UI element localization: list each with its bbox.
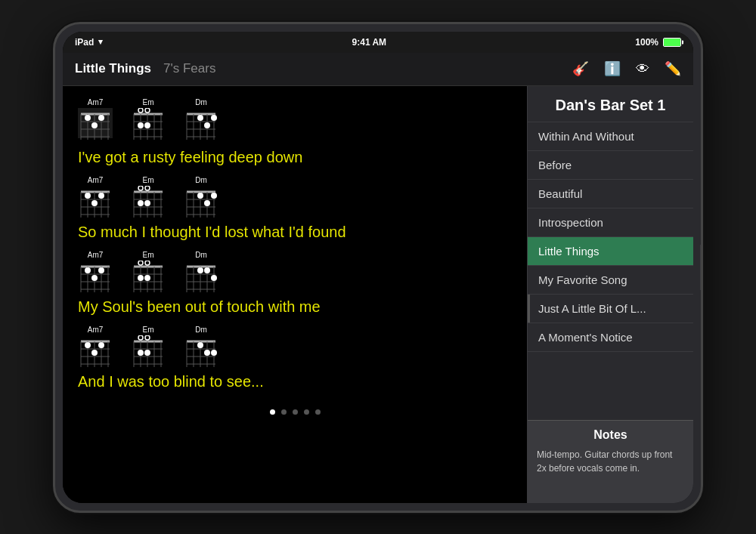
- setlist-title: Dan's Bar Set 1: [528, 86, 693, 122]
- chord-dm-3: Dm: [184, 251, 218, 294]
- svg-point-11: [98, 115, 104, 121]
- svg-point-110: [204, 267, 210, 273]
- chord-dm-2: Dm: [184, 176, 218, 219]
- setlist-item-before[interactable]: Before: [528, 151, 693, 180]
- svg-point-23: [138, 122, 144, 128]
- lyric-line-3: My Soul's been out of touch with me: [78, 297, 512, 316]
- svg-point-72: [204, 200, 210, 206]
- chord-lyric-block: Am7: [78, 98, 512, 167]
- svg-point-98: [144, 275, 150, 281]
- chords-row-3: Am7: [78, 251, 512, 294]
- chord-em-svg: [131, 108, 166, 141]
- chords-row-2: Am7: [78, 176, 512, 219]
- svg-point-48: [98, 193, 104, 199]
- eye-icon[interactable]: 👁: [636, 61, 649, 77]
- screen: iPad ▾ 9:41 AM 100% Little Things 7's Fe…: [63, 32, 693, 503]
- svg-point-97: [138, 275, 144, 281]
- chord-em-3: Em: [131, 251, 166, 294]
- chords-row-1: Am7: [78, 98, 512, 144]
- chord-diagram-svg: [78, 108, 113, 141]
- svg-point-146: [204, 350, 210, 356]
- svg-point-24: [144, 122, 150, 128]
- page-dot-4[interactable]: [304, 409, 309, 415]
- notes-section: Notes Mid-tempo. Guitar chords up front …: [528, 420, 693, 503]
- svg-point-120: [85, 342, 91, 348]
- nav-bar: Little Things 7's Fears 🎸 ℹ️ 👁 ✏️: [63, 53, 693, 86]
- wifi-icon: ▾: [98, 37, 103, 47]
- svg-point-95: [138, 261, 143, 265]
- chord-lyric-block-2: Am7: [78, 176, 512, 242]
- page-dot-1[interactable]: [270, 409, 275, 415]
- svg-point-22: [145, 108, 150, 113]
- lyric-line-4: And I was too blind to see...: [78, 372, 512, 391]
- nav-title-secondary: 7's Fears: [163, 61, 215, 76]
- svg-point-73: [211, 193, 217, 199]
- page-dot-5[interactable]: [315, 409, 321, 415]
- guitar-icon[interactable]: 🎸: [572, 60, 589, 77]
- battery-percent: 100%: [635, 37, 658, 48]
- chord-dm-svg: [184, 108, 218, 141]
- svg-point-121: [91, 350, 98, 356]
- svg-point-133: [145, 335, 150, 340]
- battery-icon: [663, 38, 681, 47]
- nav-icons: 🎸 ℹ️ 👁 ✏️: [572, 60, 681, 77]
- setlist-item-little-things[interactable]: Little Things: [528, 237, 693, 266]
- chord-am7-1: Am7: [78, 98, 113, 144]
- svg-point-9: [85, 115, 91, 121]
- svg-point-83: [85, 267, 91, 273]
- setlist-item-beautiful[interactable]: Beautiful: [528, 180, 693, 208]
- svg-point-35: [204, 122, 210, 128]
- setlist-item-within-and-without[interactable]: Within And Without: [528, 122, 693, 151]
- svg-point-71: [197, 193, 203, 199]
- song-content[interactable]: Am7: [63, 86, 527, 503]
- main-area: Am7: [63, 86, 693, 503]
- chord-dm-1: Dm: [184, 98, 218, 144]
- chord-am7-2: Am7: [78, 176, 113, 219]
- svg-point-34: [197, 115, 203, 121]
- nav-title-active: Little Things: [75, 61, 151, 76]
- volume-down-button[interactable]: [53, 258, 55, 280]
- chord-am7-4: Am7: [78, 326, 113, 369]
- svg-point-147: [211, 350, 217, 356]
- svg-point-59: [145, 186, 150, 190]
- svg-point-61: [144, 200, 150, 206]
- svg-point-108: [197, 267, 203, 273]
- pen-icon[interactable]: ✏️: [665, 60, 681, 77]
- chord-em-1: Em: [131, 98, 166, 144]
- setlist-item-introspection[interactable]: Introspection: [528, 208, 693, 237]
- page-dots: [78, 400, 512, 424]
- chord-em-4: Em: [131, 326, 166, 369]
- lyric-line-1: I've got a rusty feeling deep down: [78, 147, 512, 167]
- chord-dm-4: Dm: [184, 326, 218, 369]
- chord-lyric-block-3: Am7: [78, 251, 512, 316]
- setlist-item-just-a-little[interactable]: Just A Little Bit Of L...: [528, 295, 693, 323]
- sidebar: Dan's Bar Set 1 Within And Without Befor…: [527, 86, 693, 503]
- setlist-item-moments-notice[interactable]: A Moment's Notice: [528, 323, 693, 352]
- svg-point-36: [211, 115, 217, 121]
- svg-point-122: [98, 342, 104, 348]
- svg-point-47: [91, 200, 98, 206]
- chords-row-4: Am7: [78, 326, 512, 369]
- info-icon[interactable]: ℹ️: [604, 60, 621, 77]
- notes-title: Notes: [537, 428, 684, 442]
- svg-point-46: [85, 193, 91, 199]
- chord-em-2: Em: [131, 176, 166, 219]
- svg-point-21: [138, 108, 143, 113]
- page-dot-3[interactable]: [293, 409, 298, 415]
- setlist-item-my-favorite-song[interactable]: My Favorite Song: [528, 266, 693, 295]
- svg-point-60: [138, 200, 144, 206]
- svg-point-58: [138, 186, 143, 190]
- status-right: 100%: [635, 37, 681, 48]
- setlist-items[interactable]: Within And Without Before Beautiful Intr…: [528, 122, 693, 420]
- svg-point-85: [98, 267, 104, 273]
- svg-point-132: [138, 335, 143, 340]
- side-button[interactable]: [700, 245, 703, 290]
- page-dot-2[interactable]: [281, 409, 287, 415]
- chord-lyric-block-4: Am7: [78, 326, 512, 391]
- volume-up-button[interactable]: [53, 208, 55, 231]
- status-bar: iPad ▾ 9:41 AM 100%: [63, 32, 693, 53]
- svg-point-145: [197, 342, 203, 348]
- status-left: iPad ▾: [75, 37, 103, 48]
- svg-point-84: [91, 275, 98, 281]
- nav-title-group: Little Things 7's Fears: [75, 61, 572, 76]
